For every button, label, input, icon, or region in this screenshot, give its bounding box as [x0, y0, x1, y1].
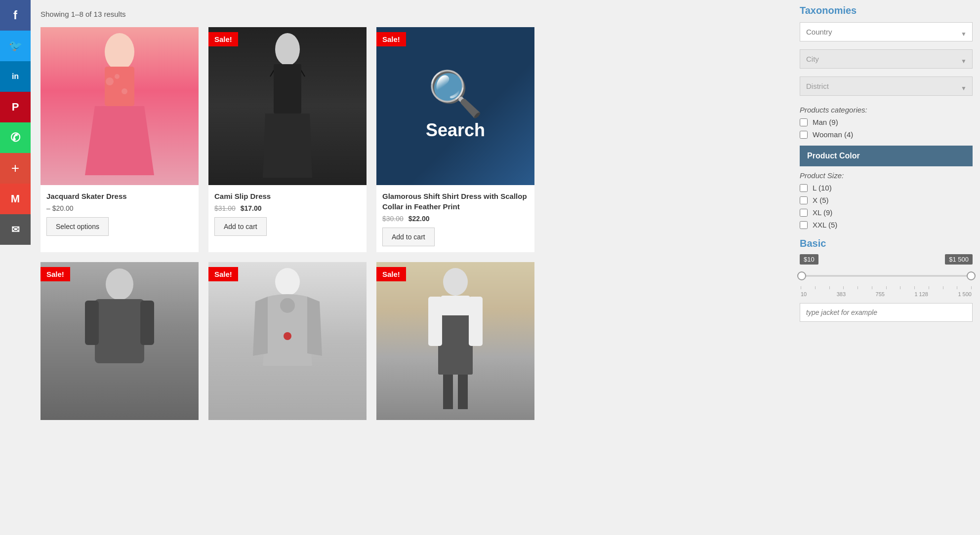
product-card-5: Sale! — [208, 262, 367, 420]
product-image-3: Sale! 🔍 Search — [376, 27, 534, 185]
basic-title: Basic — [800, 238, 973, 249]
slider-tick-labels: 10 383 755 1 128 1 500 — [800, 291, 973, 297]
product-price-1: – $20.00 — [46, 204, 193, 212]
select-options-button-1[interactable]: Select options — [46, 217, 109, 236]
svg-rect-12 — [95, 299, 144, 363]
svg-point-11 — [106, 268, 133, 300]
search-icon-big: 🔍 — [428, 72, 483, 116]
svg-rect-22 — [469, 297, 483, 346]
tick-3 — [829, 286, 830, 289]
dress-black-image — [208, 27, 367, 185]
city-select-wrap: City — [800, 49, 973, 73]
product-info-2: Cami Slip Dress $31.00 $17.00 Add to car… — [208, 185, 367, 242]
right-sidebar: Taxonomies Country City District Product… — [792, 0, 980, 535]
product-color-header: Product Color — [800, 146, 973, 166]
category-man-checkbox[interactable] — [800, 118, 808, 126]
product-card-3: Sale! 🔍 Search Glamorous Shift Shirt Dre… — [376, 27, 534, 252]
tick-5 — [858, 286, 858, 289]
price-max-tag: $1 500 — [945, 254, 973, 265]
slider-thumb-right[interactable] — [967, 271, 976, 280]
category-man-label: Man (9) — [813, 118, 838, 126]
category-wooman-checkbox[interactable] — [800, 131, 808, 139]
pinterest-button[interactable]: P — [0, 92, 31, 122]
search-overlay[interactable]: 🔍 Search — [376, 27, 534, 185]
categories-label: Products categories: — [800, 106, 973, 114]
size-xl-label: XL (9) — [813, 208, 832, 217]
city-select[interactable]: City — [800, 49, 973, 69]
main-content: Showing 1–8 of 13 results — [31, 0, 792, 535]
district-select[interactable]: District — [800, 76, 973, 96]
social-sidebar: f 🐦 in P ✆ + M ✉ — [0, 0, 31, 245]
svg-marker-10 — [263, 114, 312, 178]
size-x-item: X (5) — [800, 196, 973, 204]
gmail-button[interactable]: M — [0, 184, 31, 214]
add-to-cart-button-3[interactable]: Add to cart — [382, 228, 435, 246]
svg-rect-1 — [105, 67, 134, 106]
product-name-3: Glamorous Shift Shirt Dress with Scallop… — [382, 191, 529, 212]
product-price-3: $30.00 $22.00 — [382, 215, 529, 223]
size-xxl-label: XXL (5) — [813, 221, 837, 229]
tick-13 — [971, 286, 972, 289]
google-plus-button[interactable]: + — [0, 153, 31, 184]
tick-7 — [886, 286, 887, 289]
tick-9 — [914, 286, 915, 289]
svg-rect-9 — [274, 64, 301, 114]
keyword-search-input[interactable] — [800, 303, 973, 322]
whatsapp-button[interactable]: ✆ — [0, 122, 31, 153]
dress-pink-image — [41, 27, 199, 185]
twitter-button[interactable]: 🐦 — [0, 31, 31, 61]
twitter-icon: 🐦 — [9, 39, 22, 52]
tick-label-5: 1 500 — [958, 291, 972, 297]
product-image-5: Sale! — [208, 262, 367, 420]
size-xl-item: XL (9) — [800, 208, 973, 217]
size-x-checkbox[interactable] — [800, 196, 808, 204]
person-silhouette-4 — [80, 267, 159, 415]
svg-point-16 — [280, 298, 295, 313]
slider-thumb-left[interactable] — [797, 271, 806, 280]
add-to-cart-button-2[interactable]: Add to cart — [214, 217, 267, 236]
pinterest-icon: P — [12, 101, 19, 114]
linkedin-icon: in — [12, 72, 19, 81]
price-sale-2: $17.00 — [241, 204, 262, 212]
price-min-tag: $10 — [800, 254, 818, 265]
size-xxl-checkbox[interactable] — [800, 221, 808, 229]
svg-rect-21 — [428, 297, 442, 346]
facebook-button[interactable]: f — [0, 0, 31, 31]
size-xl-checkbox[interactable] — [800, 209, 808, 217]
hoodie-image — [208, 262, 367, 420]
svg-point-5 — [115, 74, 120, 79]
product-info-1: Jacquard Skater Dress – $20.00 Select op… — [41, 185, 199, 242]
sale-badge-5: Sale! — [208, 267, 238, 281]
product-name-1: Jacquard Skater Dress — [46, 191, 193, 201]
size-l-label: L (10) — [813, 184, 832, 192]
price-slider[interactable] — [800, 268, 973, 283]
price-range-1: – $20.00 — [46, 204, 74, 212]
svg-rect-19 — [441, 296, 470, 315]
district-select-wrap: District — [800, 76, 973, 100]
svg-point-6 — [275, 33, 300, 66]
linkedin-button[interactable]: in — [0, 61, 31, 92]
formal-person-image — [376, 262, 534, 420]
search-text-label: Search — [426, 120, 485, 141]
price-original-2: $31.00 — [214, 204, 236, 212]
tick-label-3: 755 — [876, 291, 885, 297]
person-dark-image — [41, 262, 199, 420]
product-image-2: Sale! — [208, 27, 367, 185]
price-sale-3: $22.00 — [408, 215, 430, 223]
slider-track — [800, 275, 973, 277]
country-select[interactable]: Country — [800, 22, 973, 41]
tick-label-4: 1 128 — [914, 291, 928, 297]
svg-point-4 — [122, 88, 127, 94]
email-button[interactable]: ✉ — [0, 214, 31, 245]
tick-12 — [957, 286, 957, 289]
price-range-display: $10 $1 500 — [800, 254, 973, 265]
product-info-3: Glamorous Shift Shirt Dress with Scallop… — [376, 185, 534, 252]
product-card-2: Sale! Cami Slip Dress $31. — [208, 27, 367, 252]
facebook-icon: f — [13, 8, 17, 22]
svg-rect-13 — [85, 301, 99, 345]
svg-point-3 — [106, 77, 114, 85]
tick-11 — [943, 286, 943, 289]
tick-marks — [800, 286, 973, 290]
tick-10 — [929, 286, 929, 289]
size-l-checkbox[interactable] — [800, 184, 808, 192]
